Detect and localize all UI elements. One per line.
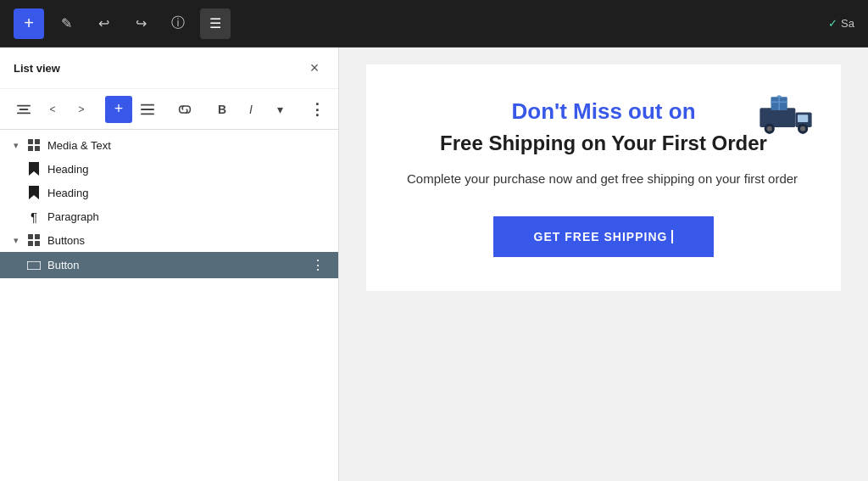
svg-rect-7: [35, 139, 40, 144]
tree-item-button[interactable]: Button ⋮: [0, 252, 338, 278]
save-label: Sa: [841, 17, 854, 30]
svg-rect-3: [141, 103, 154, 105]
svg-rect-17: [798, 115, 808, 122]
cta-label: GET FREE SHIPPING: [534, 230, 668, 243]
bookmark-icon: [27, 162, 41, 176]
svg-rect-14: [27, 261, 41, 270]
svg-rect-15: [760, 108, 795, 127]
cta-wrapper: GET FREE SHIPPING: [407, 216, 800, 257]
info-button[interactable]: ⓘ: [163, 8, 193, 39]
truck-icon: [756, 90, 815, 144]
promo-heading: Don't Miss out on: [407, 98, 800, 125]
chevron-left-button[interactable]: <: [39, 96, 66, 123]
content-card: Don't Miss out on Free Shipping on Your …: [366, 64, 841, 291]
svg-rect-13: [35, 241, 40, 246]
tree-item-media-text[interactable]: ▾ Media & Text: [0, 133, 338, 157]
svg-rect-8: [28, 146, 33, 151]
svg-rect-10: [28, 234, 33, 239]
bold-button[interactable]: B: [209, 96, 236, 123]
heading-1-label: Heading: [47, 163, 325, 176]
lines-icon: [141, 103, 154, 115]
tree-list: ▾ Media & Text Heading Heading: [0, 130, 338, 481]
italic-button[interactable]: I: [237, 96, 264, 123]
chevron-down-icon: ▾: [14, 140, 19, 151]
close-list-view-button[interactable]: ×: [304, 58, 325, 78]
bookmark-icon-2: [27, 186, 41, 199]
svg-rect-6: [28, 139, 33, 144]
button-label: Button: [47, 259, 304, 271]
tree-item-heading-1[interactable]: Heading: [0, 157, 338, 181]
svg-point-19: [767, 126, 772, 131]
secondary-toolbar: < > + B I ▾ ⋮: [0, 89, 338, 130]
cta-button[interactable]: GET FREE SHIPPING: [493, 216, 715, 257]
undo-button[interactable]: ↩: [88, 8, 119, 39]
description: Complete your purchase now and get free …: [407, 169, 800, 189]
buttons-label: Buttons: [47, 234, 325, 247]
tree-item-buttons[interactable]: ▾ Buttons: [0, 228, 338, 252]
button-rect-icon: [27, 259, 41, 272]
svg-rect-2: [17, 112, 31, 114]
tree-item-heading-2[interactable]: Heading: [0, 181, 338, 204]
svg-rect-0: [17, 104, 31, 106]
redo-button[interactable]: ↪: [125, 8, 156, 39]
sidebar: List view × < > + B I ▾ ⋮: [0, 48, 339, 481]
hamburger-button[interactable]: ☰: [200, 8, 231, 39]
paragraph-icon: ¶: [27, 210, 41, 223]
grid-icon: [27, 138, 41, 152]
svg-rect-11: [35, 234, 40, 239]
top-toolbar: + ✎ ↩ ↪ ⓘ ☰ ✓ Sa: [0, 0, 868, 48]
check-icon: ✓: [828, 17, 837, 30]
cursor-bar: [671, 230, 673, 243]
svg-rect-24: [778, 97, 780, 110]
list-view-header: List view ×: [0, 48, 338, 89]
pen-button[interactable]: ✎: [51, 8, 81, 39]
align-icon: [17, 104, 31, 115]
tree-item-paragraph[interactable]: ¶ Paragraph: [0, 204, 338, 228]
heading-2-label: Heading: [47, 187, 325, 199]
toolbar-right: ✓ Sa: [828, 17, 854, 30]
svg-rect-4: [141, 109, 154, 110]
dropdown-button[interactable]: ▾: [266, 96, 293, 123]
grid-icon-2: [27, 233, 41, 247]
svg-rect-9: [35, 146, 40, 151]
link-icon: [178, 103, 192, 115]
content-area: Don't Miss out on Free Shipping on Your …: [339, 48, 868, 481]
toolbar-left: + ✎ ↩ ↪ ⓘ ☰: [14, 8, 231, 39]
chevron-right-button[interactable]: >: [68, 96, 95, 123]
more-icon[interactable]: ⋮: [311, 257, 325, 273]
svg-rect-5: [141, 113, 154, 115]
list-view-title: List view: [14, 62, 60, 75]
svg-rect-1: [19, 109, 29, 110]
svg-point-21: [800, 126, 805, 131]
media-text-label: Media & Text: [47, 139, 325, 152]
link-button[interactable]: [171, 96, 198, 123]
svg-rect-12: [28, 241, 33, 246]
main-area: List view × < > + B I ▾ ⋮: [0, 48, 868, 481]
paragraph-label: Paragraph: [47, 210, 325, 223]
lines-button[interactable]: [134, 96, 161, 123]
insert-button[interactable]: +: [105, 96, 132, 123]
chevron-down-icon-2: ▾: [14, 235, 19, 246]
add-button[interactable]: +: [14, 8, 44, 39]
align-button[interactable]: [10, 96, 37, 123]
more-options-button[interactable]: ⋮: [303, 96, 331, 123]
main-heading: Free Shipping on Your First Order: [407, 131, 800, 155]
